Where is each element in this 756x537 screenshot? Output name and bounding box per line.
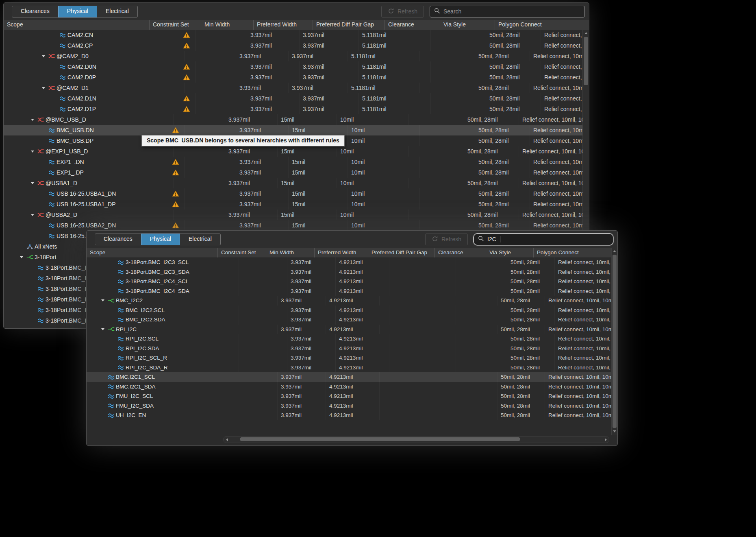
cell-min-width[interactable]: 3.937mil <box>287 277 336 286</box>
cell-preferred-width[interactable]: 3.937mil <box>300 93 359 104</box>
cell-preferred-diff-pair-gap[interactable]: 5.1181mil <box>348 83 420 93</box>
cell-preferred-diff-pair-gap[interactable] <box>389 258 456 267</box>
table-row-rpi-i2c[interactable]: RPI_I2C3.937mil4.9213mil50mil, 28milReli… <box>87 325 612 334</box>
cell-preferred-width[interactable]: 4.9213mil <box>326 382 380 392</box>
cell-min-width[interactable]: 3.937mil <box>287 334 336 344</box>
cell-preferred-width[interactable]: 15mil <box>289 220 348 231</box>
cell-via-style[interactable]: 50mil, 28mil <box>486 30 541 40</box>
scope-cell[interactable]: 3-18Port.BMC_I2C4_SDA <box>87 286 239 296</box>
scope-cell[interactable]: CAM2.CP <box>4 40 196 51</box>
scope-cell[interactable]: @USBA2_D <box>4 210 174 220</box>
cell-clearance[interactable] <box>420 83 475 93</box>
cell-preferred-diff-pair-gap[interactable]: 10mil <box>348 188 420 199</box>
cell-constraint-set[interactable] <box>174 114 225 125</box>
cell-min-width[interactable]: 3.937mil <box>287 286 336 296</box>
cell-polygon-connect[interactable]: Relief connect, 10mil, 10mil, 4, 90 <box>555 258 612 267</box>
cell-polygon-connect[interactable]: Relief connect, 10mil, 10mil, 4, 90 <box>545 382 612 392</box>
cell-polygon-connect[interactable]: Relief connect, 10mil, 10mil, 4, 90 <box>530 125 583 135</box>
cell-polygon-connect[interactable]: Relief connect, 10mil, 10mil, 4, 90 <box>541 30 583 40</box>
cell-preferred-width[interactable]: 4.9213mil <box>336 267 389 277</box>
cell-constraint-set[interactable] <box>239 306 287 315</box>
cell-via-style[interactable]: 50mil, 28mil <box>497 325 545 334</box>
table-row-3-18port-bmc-i2c3-scl[interactable]: 3-18Port.BMC_I2C3_SCL3.937mil4.9213mil50… <box>87 258 612 267</box>
cell-preferred-width[interactable]: 15mil <box>289 125 348 135</box>
table-row-rpi-i2c-sda-r[interactable]: RPI_I2C_SDA_R3.937mil4.9213mil50mil, 28m… <box>87 363 612 373</box>
cell-polygon-connect[interactable]: Relief connect, 10mil, 10mil, 4, 90 <box>555 315 612 325</box>
cell-preferred-diff-pair-gap[interactable]: 5.1181mil <box>359 93 431 104</box>
table-row-usb-16-25-usba1-dp[interactable]: USB 16-25.USBA1_DP3.937mil15mil10mil50mi… <box>4 199 583 210</box>
cell-min-width[interactable]: 3.937mil <box>225 114 278 125</box>
cell-preferred-diff-pair-gap[interactable]: 5.1181mil <box>359 104 431 114</box>
cell-constraint-set[interactable] <box>185 220 236 231</box>
cell-min-width[interactable]: 3.937mil <box>278 382 326 392</box>
cell-via-style[interactable]: 50mil, 28mil <box>507 306 555 315</box>
scope-cell[interactable]: USB 16-25.USBA2_DN <box>4 220 185 231</box>
cell-preferred-width[interactable]: 3.937mil <box>289 83 348 93</box>
cell-min-width[interactable]: 3.937mil <box>236 167 289 178</box>
cell-preferred-width[interactable]: 4.9213mil <box>326 401 380 411</box>
column-header-clearance[interactable]: Clearance <box>435 248 486 258</box>
cell-constraint-set[interactable] <box>185 157 236 167</box>
scope-cell[interactable]: EXP1_.DP <box>4 167 185 178</box>
scope-cell[interactable]: CAM2.D0P <box>4 72 196 83</box>
cell-constraint-set[interactable] <box>239 363 287 373</box>
cell-clearance[interactable] <box>409 178 464 188</box>
vertical-scrollbar[interactable] <box>611 248 617 435</box>
cell-via-style[interactable]: 50mil, 28mil <box>497 296 545 306</box>
cell-polygon-connect[interactable]: Relief connect, 10mil, 10mil, 4, 90 <box>541 104 583 114</box>
cell-polygon-connect[interactable]: Relief connect, 10mil, 10mil, 4, 90 <box>545 372 612 382</box>
column-header-min-width[interactable]: Min Width <box>201 20 254 30</box>
column-header-constraint-set[interactable]: Constraint Set <box>150 20 201 30</box>
cell-via-style[interactable]: 50mil, 28mil <box>507 258 555 267</box>
cell-constraint-set[interactable] <box>185 125 236 135</box>
cell-min-width[interactable]: 3.937mil <box>278 372 326 382</box>
cell-polygon-connect[interactable]: Relief connect, 10mil, 10mil, 4, 90 <box>541 93 583 104</box>
cell-min-width[interactable]: 3.937mil <box>287 344 336 354</box>
cell-clearance[interactable] <box>456 334 507 344</box>
cell-min-width[interactable]: 3.937mil <box>236 125 289 135</box>
cell-constraint-set[interactable] <box>239 277 287 286</box>
cell-constraint-set[interactable] <box>239 315 287 325</box>
column-header-preferred-width[interactable]: Preferred Width <box>315 248 368 258</box>
cell-via-style[interactable]: 50mil, 28mil <box>475 83 530 93</box>
cell-polygon-connect[interactable]: Relief connect, 10mil, 10mil, 4, 90 <box>530 199 583 210</box>
cell-min-width[interactable]: 3.937mil <box>278 401 326 411</box>
cell-preferred-width[interactable]: 4.9213mil <box>336 353 389 363</box>
cell-clearance[interactable] <box>420 51 475 61</box>
table-row-bmc-usb-dn[interactable]: BMC_USB.DN3.937mil15mil10mil50mil, 28mil… <box>4 125 583 135</box>
cell-preferred-width[interactable]: 15mil <box>278 210 337 220</box>
cell-constraint-set[interactable] <box>185 51 236 61</box>
cell-preferred-diff-pair-gap[interactable]: 10mil <box>348 199 420 210</box>
cell-preferred-diff-pair-gap[interactable] <box>380 401 446 411</box>
expand-collapse-arrow[interactable] <box>42 55 48 57</box>
scope-cell[interactable]: BMC_I2C2.SCL <box>87 306 239 315</box>
table-row-fmu-i2c-scl[interactable]: FMU_I2C_SCL3.937mil4.9213mil50mil, 28mil… <box>87 391 612 401</box>
table-row-bmc-i2c2-sda[interactable]: BMC_I2C2.SDA3.937mil4.9213mil50mil, 28mi… <box>87 315 612 325</box>
cell-via-style[interactable]: 50mil, 28mil <box>475 135 530 146</box>
cell-constraint-set[interactable] <box>185 167 236 178</box>
table-row-bmc-i2c1-scl[interactable]: BMC.I2C1_SCL3.937mil4.9213mil50mil, 28mi… <box>87 372 612 382</box>
cell-polygon-connect[interactable]: Relief connect, 10mil, 10mil, 4, 90 <box>545 391 612 401</box>
cell-via-style[interactable]: 50mil, 28mil <box>486 93 541 104</box>
cell-min-width[interactable]: 3.937mil <box>236 51 289 61</box>
cell-preferred-width[interactable]: 4.9213mil <box>336 334 389 344</box>
cell-clearance[interactable] <box>431 40 486 51</box>
cell-polygon-connect[interactable]: Relief connect, 10mil, 10mil, 4, 90 <box>545 401 612 411</box>
cell-clearance[interactable] <box>420 125 475 135</box>
cell-preferred-diff-pair-gap[interactable]: 5.1181mil <box>359 61 431 72</box>
cell-constraint-set[interactable] <box>229 391 278 401</box>
cell-min-width[interactable]: 3.937mil <box>287 258 336 267</box>
cell-polygon-connect[interactable]: Relief connect, 10mil, 10mil, 4, 90 <box>555 267 612 277</box>
horizontal-scrollbar-thumb[interactable] <box>240 437 520 441</box>
cell-constraint-set[interactable] <box>174 178 225 188</box>
cell-min-width[interactable]: 3.937mil <box>287 306 336 315</box>
column-header-min-width[interactable]: Min Width <box>266 248 315 258</box>
cell-preferred-width[interactable]: 15mil <box>289 199 348 210</box>
table-row-3-18port-bmc-i2c4-scl[interactable]: 3-18Port.BMC_I2C4_SCL3.937mil4.9213mil50… <box>87 277 612 286</box>
cell-constraint-set[interactable] <box>229 372 278 382</box>
tab-physical[interactable]: Physical <box>58 6 97 17</box>
column-header-preferred-diff-pair-gap[interactable]: Preferred Diff Pair Gap <box>313 20 385 30</box>
cell-via-style[interactable]: 50mil, 28mil <box>464 146 519 157</box>
cell-constraint-set[interactable] <box>196 40 247 51</box>
cell-constraint-set[interactable] <box>229 410 278 420</box>
